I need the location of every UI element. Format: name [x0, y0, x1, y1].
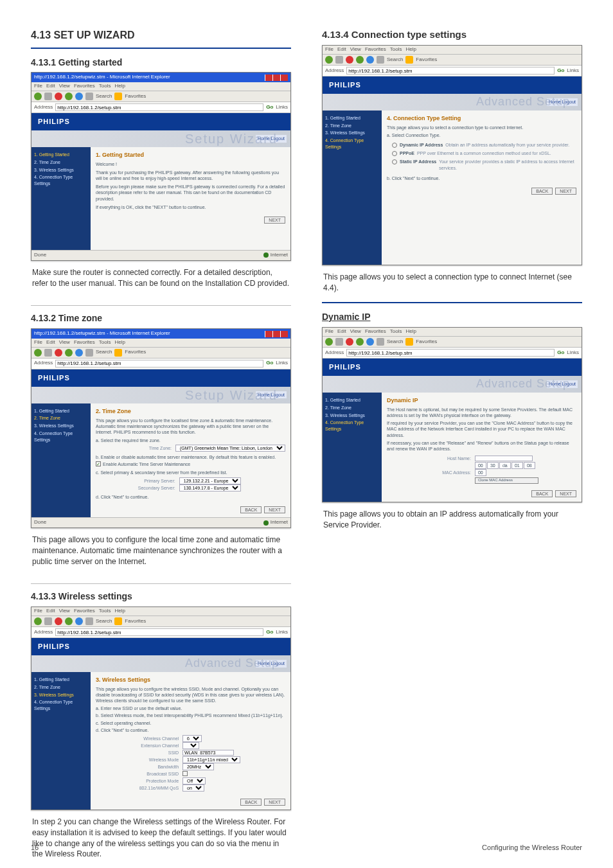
- back-button[interactable]: BACK: [531, 188, 553, 195]
- radio-static-ip[interactable]: [392, 159, 397, 164]
- host-name-input[interactable]: [475, 456, 533, 461]
- next-button[interactable]: NEXT: [555, 188, 576, 195]
- panel-title: Dynamic IP: [387, 396, 576, 404]
- sidebar-item-getting-started[interactable]: 1. Getting Started: [325, 114, 379, 122]
- sidebar-item-getting-started[interactable]: 1. Getting Started: [34, 151, 88, 159]
- wizard-sidebar: 1. Getting Started 2. Time Zone 3. Wirel…: [31, 147, 91, 250]
- go-button[interactable]: Go: [266, 104, 273, 111]
- sidebar-item-getting-started[interactable]: 1. Getting Started: [34, 676, 88, 684]
- panel-title: 3. Wireless Settings: [96, 676, 285, 684]
- window-title: http://192.168.1.2/setupwiz.stm - Micros…: [34, 74, 170, 81]
- back-icon[interactable]: [34, 93, 42, 100]
- panel-text: If necessary, you can use the "Release" …: [387, 440, 576, 452]
- go-button[interactable]: Go: [266, 629, 273, 636]
- panel-text: This page allows you to select a connect…: [387, 125, 576, 130]
- sidebar-item-connection-type[interactable]: 4. Connection Type Settings: [34, 173, 88, 188]
- sidebar-item-wireless-settings[interactable]: 3. Wireless Settings: [34, 166, 88, 174]
- sidebar-item-wireless-settings[interactable]: 3. Wireless Settings: [34, 422, 88, 430]
- sidebar-item-time-zone[interactable]: 2. Time Zone: [34, 684, 88, 691]
- sidebar-item-connection-type[interactable]: 4. Connection Type Settings: [325, 419, 379, 433]
- para-4-13-1: Make sure the router is connected correc…: [32, 267, 290, 289]
- panel-title: 1. Getting Started: [96, 151, 285, 159]
- panel-text: The Host name is optional, but may be re…: [387, 407, 576, 418]
- primary-server-select[interactable]: 129.132.2.21 - Europe: [179, 477, 241, 484]
- protection-mode-select[interactable]: Off: [182, 777, 206, 784]
- sidebar-item-wireless-settings[interactable]: 3. Wireless Settings: [325, 412, 379, 420]
- go-button[interactable]: Go: [557, 350, 564, 357]
- next-button[interactable]: NEXT: [264, 506, 285, 513]
- panel-text: b. Click "Next" to continue.: [387, 175, 576, 181]
- screenshot-time-zone: http://192.168.1.2/setupwiz.stm - Micros…: [31, 328, 291, 528]
- mac-octet[interactable]: da: [499, 462, 511, 469]
- sidebar-item-wireless-settings[interactable]: 3. Wireless Settings: [325, 129, 379, 137]
- address-input[interactable]: [346, 349, 555, 357]
- radio-dynamic-ip[interactable]: [392, 143, 397, 148]
- enable-time-server-checkbox[interactable]: ✓: [96, 461, 101, 466]
- bandwidth-select[interactable]: 20MHz: [182, 763, 214, 770]
- para-dynamic-ip: This page allows you to obtain an IP add…: [323, 509, 581, 531]
- screenshot-connection-type: FileEditViewFavoritesToolsHelp SearchFav…: [322, 45, 582, 265]
- panel-text: Before you begin please make sure the PH…: [96, 184, 285, 201]
- heading-4-13-1: 4.13.1 Getting started: [31, 57, 291, 69]
- sidebar-item-time-zone[interactable]: 2. Time Zone: [34, 414, 88, 422]
- address-input[interactable]: [55, 628, 263, 636]
- panel-text: Welcome !: [96, 161, 285, 167]
- ssid-input[interactable]: [182, 750, 234, 756]
- mac-octet[interactable]: 08: [524, 462, 535, 469]
- wireless-mode-select[interactable]: 11b+11g+11n mixed: [182, 756, 240, 763]
- mac-octet[interactable]: 01: [511, 462, 523, 469]
- go-button[interactable]: Go: [557, 67, 564, 75]
- extension-channel-select[interactable]: [182, 742, 199, 749]
- mac-octet[interactable]: 00: [475, 469, 486, 476]
- heading-4-13-4: 4.13.4 Connection type settings: [322, 28, 582, 41]
- home-icon[interactable]: [75, 93, 83, 100]
- internet-icon: [263, 252, 269, 258]
- next-button[interactable]: NEXT: [555, 490, 576, 497]
- heading-4-13: 4.13 SET UP WIZARD: [31, 28, 291, 42]
- panel-text: This page allows you to configure the wi…: [96, 686, 285, 704]
- stop-icon[interactable]: [55, 93, 62, 100]
- fwd-icon[interactable]: [44, 93, 52, 100]
- panel-title: 2. Time Zone: [96, 407, 285, 415]
- para-4-13-2: This page allows you to configure the lo…: [32, 535, 290, 567]
- wireless-channel-select[interactable]: 6: [182, 735, 202, 742]
- secondary-server-select[interactable]: 130.149.17.8 - Europe: [179, 484, 241, 492]
- back-button[interactable]: BACK: [240, 506, 262, 513]
- next-button[interactable]: NEXT: [264, 799, 285, 806]
- wmm-qos-select[interactable]: on: [182, 784, 204, 792]
- mac-octet[interactable]: 30: [487, 462, 499, 469]
- sidebar-item-connection-type[interactable]: 4. Connection Type Settings: [34, 698, 88, 713]
- footer-title: Configuring the Wireless Router: [482, 843, 582, 853]
- sidebar-item-getting-started[interactable]: 1. Getting Started: [325, 396, 379, 404]
- clone-mac-button[interactable]: Clone MAC Address: [475, 477, 538, 484]
- status-done: Done: [34, 252, 46, 259]
- refresh-icon[interactable]: [65, 93, 73, 100]
- broadcast-ssid-checkbox[interactable]: [182, 771, 188, 776]
- next-button[interactable]: NEXT: [264, 217, 285, 224]
- address-input[interactable]: [55, 360, 263, 368]
- address-input[interactable]: [55, 103, 263, 111]
- rule-heavy: [322, 302, 582, 303]
- sidebar-item-connection-type[interactable]: 4. Connection Type Settings: [325, 137, 379, 151]
- timezone-select[interactable]: (GMT) Greenwich Mean Time: Lisbon, Londo…: [175, 445, 285, 452]
- heading-4-13-3: 4.13.3 Wireless settings: [31, 590, 291, 603]
- favorites-icon[interactable]: [114, 93, 122, 100]
- panel-text: a. Enter new SSID or use the default val…: [96, 705, 285, 711]
- back-button[interactable]: BACK: [531, 490, 553, 497]
- back-button[interactable]: BACK: [240, 799, 262, 806]
- sidebar-item-connection-type[interactable]: 4. Connection Type Settings: [34, 430, 88, 444]
- sidebar-item-time-zone[interactable]: 2. Time Zone: [34, 159, 88, 166]
- sidebar-item-time-zone[interactable]: 2. Time Zone: [325, 122, 379, 130]
- search-icon[interactable]: [85, 93, 93, 100]
- sidebar-item-wireless-settings[interactable]: 3. Wireless Settings: [34, 691, 88, 699]
- radio-pppoe[interactable]: [392, 151, 397, 156]
- panel-title: 4. Connection Type Setting: [387, 114, 576, 122]
- sidebar-item-time-zone[interactable]: 2. Time Zone: [325, 404, 379, 412]
- mac-octet[interactable]: 00: [475, 462, 486, 469]
- panel-text: This page allows you to configure the lo…: [96, 418, 285, 435]
- panel-text: d. Click "Next" to continue.: [96, 727, 285, 733]
- go-button[interactable]: Go: [266, 360, 273, 367]
- sidebar-item-getting-started[interactable]: 1. Getting Started: [34, 407, 88, 415]
- panel-text: b. Select Wireless mode, the best intero…: [96, 713, 285, 718]
- address-input[interactable]: [346, 67, 555, 75]
